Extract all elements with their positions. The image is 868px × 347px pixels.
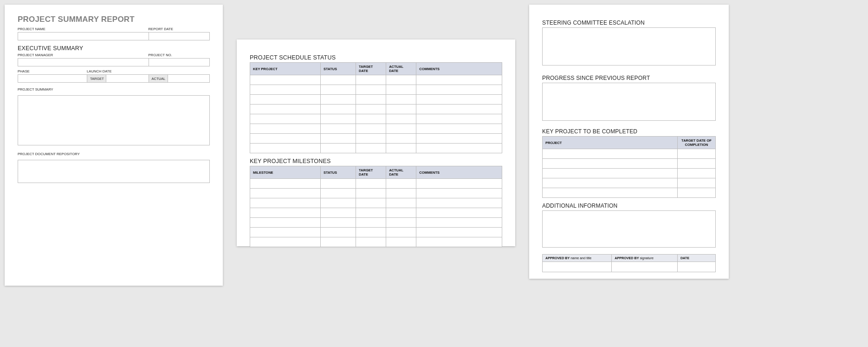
field-report-date[interactable] <box>149 32 210 40</box>
page-3: STEERING COMMITTEE ESCALATION PROGRESS S… <box>529 5 729 279</box>
table-row[interactable] <box>250 144 502 153</box>
label-project-manager: PROJECT MANAGER <box>18 53 149 57</box>
field-project-summary[interactable] <box>18 95 210 145</box>
th-actual-date: ACTUAL DATE <box>386 166 416 179</box>
label-report-date: REPORT DATE <box>149 27 210 31</box>
table-row[interactable] <box>250 228 502 237</box>
section-executive-summary: EXECUTIVE SUMMARY <box>18 45 210 52</box>
schedule-table: KEY PROJECT STATUS TARGET DATE ACTUAL DA… <box>250 62 502 153</box>
section-schedule-status: PROJECT SCHEDULE STATUS <box>250 54 502 61</box>
field-actual-date[interactable] <box>168 74 210 83</box>
label-launch-date: LAUNCH DATE <box>87 69 210 73</box>
table-row[interactable] <box>543 262 716 272</box>
label-project-no: PROJECT NO. <box>149 53 210 57</box>
table-row[interactable] <box>250 218 502 228</box>
th-project: PROJECT <box>543 137 678 149</box>
table-row[interactable] <box>250 114 502 124</box>
table-row[interactable] <box>543 159 716 169</box>
th-approved-signature: APPROVED BY signature <box>612 255 678 262</box>
field-progress[interactable] <box>542 83 716 121</box>
th-actual-date: ACTUAL DATE <box>386 63 416 75</box>
label-doc-repo: PROJECT DOCUMENT REPOSITORY <box>18 152 210 156</box>
table-row[interactable] <box>250 208 502 218</box>
table-row[interactable] <box>543 169 716 178</box>
document-title: PROJECT SUMMARY REPORT <box>18 15 210 24</box>
field-doc-repo[interactable] <box>18 160 210 183</box>
th-target-date: TARGET DATE <box>356 166 386 179</box>
section-additional-info: ADDITIONAL INFORMATION <box>542 203 716 209</box>
label-target-cell: TARGET <box>87 74 106 83</box>
label-actual-cell: ACTUAL <box>149 74 168 83</box>
milestones-table: MILESTONE STATUS TARGET DATE ACTUAL DATE… <box>250 166 502 247</box>
th-approved-name: APPROVED BY name and title <box>543 255 612 262</box>
section-key-project-complete: KEY PROJECT TO BE COMPLETED <box>542 128 716 135</box>
label-project-name: PROJECT NAME <box>18 27 149 31</box>
table-row[interactable] <box>543 178 716 188</box>
field-project-manager[interactable] <box>18 58 149 66</box>
table-row[interactable] <box>543 188 716 198</box>
field-target-date[interactable] <box>106 74 148 83</box>
section-steering: STEERING COMMITTEE ESCALATION <box>542 20 716 26</box>
table-row[interactable] <box>250 198 502 208</box>
table-row[interactable] <box>250 189 502 198</box>
table-row[interactable] <box>250 75 502 85</box>
table-row[interactable] <box>250 85 502 95</box>
table-row[interactable] <box>250 179 502 189</box>
field-steering[interactable] <box>542 27 716 65</box>
th-comments: COMMENTS <box>416 63 502 75</box>
label-project-summary: PROJECT SUMMARY <box>18 87 210 92</box>
th-date: DATE <box>677 255 715 262</box>
th-milestone: MILESTONE <box>250 166 321 179</box>
label-phase: PHASE <box>18 69 87 73</box>
table-row[interactable] <box>250 105 502 114</box>
table-row[interactable] <box>250 237 502 247</box>
th-target-completion: TARGET DATE OF COMPLETION <box>677 137 715 149</box>
field-project-no[interactable] <box>149 58 210 66</box>
field-project-name[interactable] <box>18 32 149 40</box>
th-status: STATUS <box>321 166 356 179</box>
table-row[interactable] <box>250 95 502 105</box>
page-2: PROJECT SCHEDULE STATUS KEY PROJECT STAT… <box>237 39 515 246</box>
approval-table: APPROVED BY name and title APPROVED BY s… <box>542 254 716 272</box>
field-additional-info[interactable] <box>542 210 716 248</box>
th-status: STATUS <box>321 63 356 75</box>
th-key-project: KEY PROJECT <box>250 63 321 75</box>
page-1: PROJECT SUMMARY REPORT PROJECT NAME REPO… <box>5 5 223 286</box>
table-row[interactable] <box>543 149 716 159</box>
section-milestones: KEY PROJECT MILESTONES <box>250 158 502 164</box>
th-comments: COMMENTS <box>416 166 502 179</box>
completion-table: PROJECT TARGET DATE OF COMPLETION <box>542 136 716 198</box>
th-target-date: TARGET DATE <box>356 63 386 75</box>
table-row[interactable] <box>250 124 502 134</box>
section-progress: PROGRESS SINCE PREVIOUS REPORT <box>542 75 716 81</box>
field-phase[interactable] <box>18 74 87 83</box>
table-row[interactable] <box>250 134 502 144</box>
